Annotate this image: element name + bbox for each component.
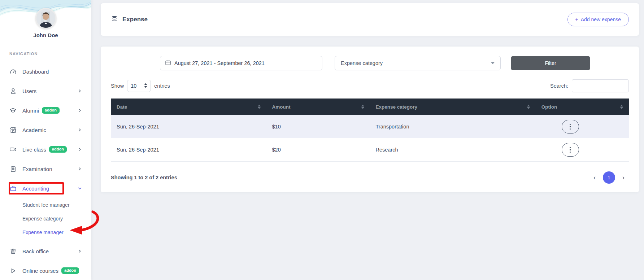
- sidebar-item-label: Live class: [22, 146, 46, 153]
- sidebar-item-label: Online courses: [22, 268, 58, 274]
- pagination-next-button[interactable]: ›: [622, 174, 625, 181]
- sidebar-nav: Dashboard Users Alumni addon: [0, 62, 91, 280]
- page-title: Expense: [122, 16, 148, 23]
- column-header-option[interactable]: Option: [536, 99, 629, 115]
- kebab-icon: [570, 124, 571, 130]
- cell-date: Sun, 26-Sep-2021: [111, 138, 266, 161]
- expense-category-select[interactable]: Expense category: [335, 56, 501, 70]
- page-size-value: 10: [131, 83, 136, 89]
- sidebar-item-label: Alumni: [22, 108, 39, 114]
- filter-button[interactable]: Filter: [511, 56, 590, 70]
- category-select-value: Expense category: [341, 60, 383, 66]
- table-footer-row: Showing 1 to 2 of 2 entries ‹ 1 ›: [111, 171, 629, 184]
- subitem-label: Student fee manager: [22, 202, 70, 208]
- stack-icon: [111, 15, 118, 24]
- column-header-amount[interactable]: Amount: [266, 99, 370, 115]
- sidebar-item-label: Users: [22, 88, 36, 94]
- sidebar-subitem-expense-manager[interactable]: Expense manager: [0, 226, 91, 239]
- sidebar-item-examination[interactable]: Examination: [0, 159, 91, 179]
- search-control: Search:: [550, 79, 629, 92]
- chevron-right-icon: [78, 249, 82, 253]
- pagination: ‹ 1 ›: [593, 171, 629, 184]
- chevron-right-icon: [78, 128, 82, 132]
- table-header-row: Date Amount: [111, 99, 629, 115]
- online-courses-icon: [9, 267, 17, 274]
- pagination-prev-button[interactable]: ‹: [593, 174, 596, 181]
- main-content: Expense + Add new expense August 27, 202…: [91, 0, 644, 280]
- sidebar-subitem-expense-category[interactable]: Expense category: [0, 212, 91, 226]
- sort-icon: [361, 105, 364, 109]
- stepper-icon: [144, 83, 147, 89]
- chevron-down-icon: [78, 186, 82, 191]
- add-new-expense-button[interactable]: + Add new expense: [567, 13, 629, 26]
- row-options-button[interactable]: [562, 143, 579, 157]
- show-label: Show: [111, 83, 124, 89]
- users-icon: [9, 87, 17, 95]
- expense-table: Date Amount: [111, 99, 629, 162]
- sort-icon: [620, 105, 623, 109]
- date-range-input[interactable]: August 27, 2021 - September 26, 2021: [160, 56, 322, 70]
- sidebar-item-label: Academic: [22, 127, 46, 133]
- alumni-icon: [9, 107, 17, 114]
- table-controls-row: Show 10 entries Search:: [111, 79, 629, 92]
- cell-category: Transportation: [370, 115, 536, 138]
- subitem-label: Expense category: [22, 216, 63, 222]
- sidebar-item-dashboard[interactable]: Dashboard: [0, 62, 91, 81]
- chevron-right-icon: [78, 167, 82, 171]
- sidebar-item-label: Accounting: [22, 185, 49, 192]
- table-row: Sun, 26-Sep-2021 $10 Transportation: [111, 115, 629, 138]
- sidebar-item-label: Back office: [22, 248, 49, 254]
- examination-icon: [9, 165, 17, 172]
- date-range-value: August 27, 2021 - September 26, 2021: [174, 60, 265, 66]
- kebab-icon: [570, 147, 571, 153]
- sidebar-item-online-courses[interactable]: Online courses addon: [0, 261, 91, 280]
- cell-category: Research: [370, 138, 536, 161]
- sidebar-item-alumni[interactable]: Alumni addon: [0, 101, 91, 120]
- caret-down-icon: [491, 62, 495, 64]
- cell-amount: $20: [266, 138, 370, 161]
- column-header-expense-category[interactable]: Expense category: [370, 99, 536, 115]
- sidebar-item-accounting[interactable]: Accounting: [0, 179, 91, 198]
- chevron-right-icon: [78, 89, 82, 93]
- nav-section-label: NAVIGATION: [9, 52, 91, 56]
- search-label: Search:: [550, 83, 568, 89]
- sidebar-item-back-office[interactable]: Back office: [0, 241, 91, 261]
- page-title-wrap: Expense: [111, 15, 148, 24]
- calendar-icon: [165, 60, 171, 66]
- column-header-date[interactable]: Date: [111, 99, 266, 115]
- page-size-select[interactable]: 10: [127, 80, 151, 92]
- user-name: John Doe: [0, 32, 91, 38]
- live-class-icon: [9, 146, 17, 153]
- pagination-page-1[interactable]: 1: [603, 171, 615, 184]
- chevron-right-icon: [78, 108, 82, 113]
- sidebar-subitem-student-fee-manager[interactable]: Student fee manager: [0, 198, 91, 212]
- add-button-label: Add new expense: [581, 17, 621, 22]
- sidebar-item-label: Dashboard: [22, 69, 49, 75]
- table-row: Sun, 26-Sep-2021 $20 Research: [111, 138, 629, 161]
- sort-icon: [527, 105, 530, 109]
- sidebar: John Doe NAVIGATION Dashboard Users: [0, 0, 91, 280]
- page-size-control: Show 10 entries: [111, 80, 170, 92]
- dashboard-icon: [9, 68, 17, 75]
- back-office-icon: [9, 248, 17, 255]
- sidebar-item-label: Examination: [22, 166, 52, 172]
- sidebar-profile: John Doe: [0, 0, 91, 38]
- cell-amount: $10: [266, 115, 370, 138]
- accounting-icon: [9, 185, 17, 192]
- sidebar-item-live-class[interactable]: Live class addon: [0, 140, 91, 159]
- avatar: [35, 8, 56, 29]
- search-input[interactable]: [572, 79, 629, 92]
- subitem-label: Expense manager: [22, 229, 64, 235]
- row-options-button[interactable]: [562, 120, 579, 134]
- page-header-card: Expense + Add new expense: [101, 3, 639, 36]
- entries-label: entries: [154, 83, 170, 89]
- table-info: Showing 1 to 2 of 2 entries: [111, 175, 177, 180]
- sort-icon: [258, 105, 261, 109]
- sidebar-item-users[interactable]: Users: [0, 81, 91, 101]
- addon-badge: addon: [49, 146, 67, 153]
- plus-icon: +: [575, 17, 578, 22]
- sidebar-item-academic[interactable]: Academic: [0, 120, 91, 140]
- addon-badge: addon: [61, 267, 79, 274]
- filter-row: August 27, 2021 - September 26, 2021 Exp…: [111, 56, 629, 70]
- expense-table-card: August 27, 2021 - September 26, 2021 Exp…: [101, 47, 639, 192]
